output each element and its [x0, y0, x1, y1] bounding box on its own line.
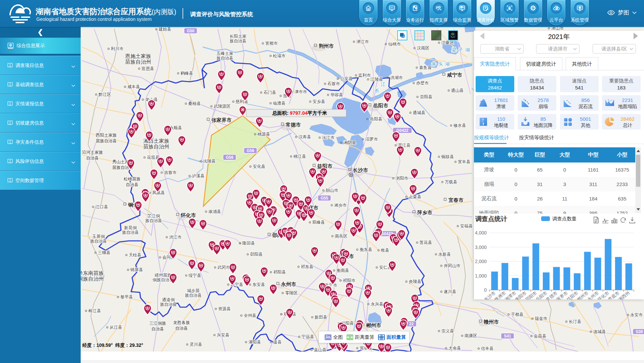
svg-text:铜鼓县: 铜鼓县 — [441, 154, 454, 159]
svg-text:苗族自治县: 苗族自治县 — [96, 139, 117, 143]
svg-text:全州县: 全州县 — [244, 313, 256, 318]
svg-text:资源县: 资源县 — [218, 306, 231, 311]
svg-text:会昌县: 会昌县 — [534, 334, 547, 338]
svg-text:潜江市: 潜江市 — [356, 39, 369, 44]
svg-text:汉寿县: 汉寿县 — [298, 135, 311, 139]
svg-text:衡南县: 衡南县 — [336, 268, 349, 273]
svg-text:湘乡市: 湘乡市 — [334, 203, 347, 208]
svg-text:隆回县: 隆回县 — [242, 241, 255, 246]
svg-text:从江县: 从江县 — [110, 325, 122, 330]
svg-text:G55: G55 — [321, 196, 328, 201]
svg-text:利川市: 利川市 — [111, 46, 124, 51]
svg-text:东安县: 东安县 — [252, 282, 265, 287]
svg-text:赣州市: 赣州市 — [483, 319, 499, 325]
svg-text:自治县: 自治县 — [175, 326, 188, 331]
svg-text:慈利县: 慈利县 — [235, 99, 248, 104]
svg-text:怀化市: 怀化市 — [180, 212, 196, 218]
svg-text:邵阳县: 邵阳县 — [250, 252, 263, 257]
svg-text:道县: 道县 — [273, 340, 282, 344]
svg-text:咸丰县: 咸丰县 — [127, 84, 140, 89]
svg-text:族自治县: 族自治县 — [216, 56, 233, 61]
svg-text:蓝山县: 蓝山县 — [314, 348, 327, 352]
svg-text:族自治县: 族自治县 — [90, 239, 107, 244]
svg-text:岳阳县: 岳阳县 — [370, 117, 383, 121]
svg-text:S30: S30 — [636, 329, 643, 334]
svg-text:莲花县: 莲花县 — [419, 240, 432, 245]
svg-text:嘉鱼县: 嘉鱼县 — [419, 65, 432, 70]
svg-text:黔江区: 黔江区 — [98, 92, 111, 97]
svg-text:0: 0 — [484, 287, 487, 293]
svg-text:衡东县: 衡东县 — [360, 247, 372, 252]
svg-text:岳阳市: 岳阳市 — [373, 103, 388, 108]
svg-text:仙桃市: 仙桃市 — [388, 42, 401, 46]
svg-text:侗族自治州: 侗族自治州 — [81, 276, 104, 282]
svg-text:韶山市: 韶山市 — [325, 188, 338, 193]
svg-text:三穗县: 三穗县 — [98, 250, 111, 255]
svg-text:五峰土家: 五峰土家 — [216, 51, 234, 56]
svg-text:荆州市: 荆州市 — [318, 43, 334, 49]
svg-text:宁远县: 宁远县 — [301, 334, 314, 339]
svg-text:P: P — [436, 6, 438, 10]
svg-text:城步苗: 城步苗 — [187, 288, 200, 293]
svg-text:泸溪县: 泸溪县 — [192, 174, 205, 178]
svg-text:张家界市: 张家界市 — [211, 117, 232, 123]
svg-text:鹤峰县: 鹤峰县 — [180, 71, 193, 76]
svg-text:西阳土家族: 西阳土家族 — [96, 133, 117, 138]
svg-text:南岳区: 南岳区 — [335, 234, 348, 239]
svg-text:萍乡市: 萍乡市 — [417, 210, 432, 215]
svg-text:族自治县: 族自治县 — [160, 302, 177, 307]
svg-text:崇阳县: 崇阳县 — [420, 95, 433, 99]
svg-text:兴安县: 兴安县 — [217, 333, 230, 337]
svg-text:双峰县: 双峰县 — [312, 220, 325, 225]
svg-text:吉首市: 吉首市 — [164, 170, 177, 175]
svg-text:G56: G56 — [226, 155, 234, 160]
svg-text:汉南区: 汉南区 — [417, 46, 430, 50]
svg-text:族自治县: 族自治县 — [145, 218, 162, 223]
svg-text:松桃苗族: 松桃苗族 — [124, 177, 141, 181]
svg-text:常德市: 常德市 — [285, 122, 301, 128]
svg-text:新田县: 新田县 — [315, 315, 327, 320]
svg-text:永新县: 永新县 — [438, 252, 451, 257]
svg-text:崇义县: 崇义县 — [441, 329, 454, 333]
svg-text:天柱县: 天柱县 — [129, 253, 142, 257]
svg-text:自治县: 自治县 — [151, 327, 164, 331]
svg-text:津市市: 津市市 — [294, 89, 307, 94]
svg-text:洪江市: 洪江市 — [169, 235, 182, 240]
svg-text:修水县: 修水县 — [453, 123, 466, 128]
svg-text:通道侗: 通道侗 — [162, 297, 175, 302]
svg-text:大余县: 大余县 — [448, 346, 461, 351]
svg-text:黔东南苗族: 黔东南苗族 — [81, 270, 104, 276]
svg-text:万载县: 万载县 — [445, 180, 457, 184]
svg-text:三江侗族: 三江侗族 — [149, 321, 166, 326]
svg-text:靖州苗族: 靖州苗族 — [154, 273, 172, 278]
svg-text:沿河土家族: 沿河土家族 — [82, 150, 103, 155]
svg-text:3,000: 3,000 — [475, 245, 487, 250]
svg-text:桃江县: 桃江县 — [293, 154, 306, 159]
svg-text:2,000: 2,000 — [475, 259, 487, 264]
svg-text:1,000: 1,000 — [475, 273, 487, 279]
svg-text:S41: S41 — [504, 334, 511, 338]
svg-text:桑植县: 桑植县 — [188, 101, 201, 106]
svg-text:于都县: 于都县 — [511, 312, 524, 317]
svg-text:浏阳市: 浏阳市 — [395, 176, 408, 181]
svg-text:江: 江 — [381, 81, 386, 87]
svg-text:永兴县: 永兴县 — [371, 302, 384, 306]
svg-text:洪湖市: 洪湖市 — [390, 75, 403, 80]
svg-text:族自治县: 族自治县 — [230, 39, 246, 43]
svg-text:沅陵县: 沅陵县 — [203, 159, 216, 164]
svg-text:安乡县: 安乡县 — [313, 99, 325, 104]
svg-text:桃源县: 桃源县 — [257, 132, 270, 137]
svg-text:4,000: 4,000 — [475, 230, 487, 235]
svg-text:石门县: 石门县 — [264, 90, 276, 95]
svg-text:祁阳县: 祁阳县 — [273, 270, 286, 275]
svg-text:长汀县: 长汀县 — [569, 319, 581, 324]
svg-text:咸宁市: 咸宁市 — [447, 72, 462, 78]
svg-text:G50: G50 — [187, 29, 195, 33]
svg-text:总面积: 9797.04平方千米: 总面积: 9797.04平方千米 — [272, 110, 327, 116]
svg-text:安化县: 安化县 — [253, 164, 266, 169]
svg-text:梁子湖: 梁子湖 — [452, 47, 472, 52]
svg-text:22: 22 — [409, 322, 414, 326]
svg-text:武冈市: 武冈市 — [217, 265, 230, 270]
svg-text:绥宁县: 绥宁县 — [189, 273, 201, 278]
svg-text:长沙市: 长沙市 — [353, 167, 368, 173]
